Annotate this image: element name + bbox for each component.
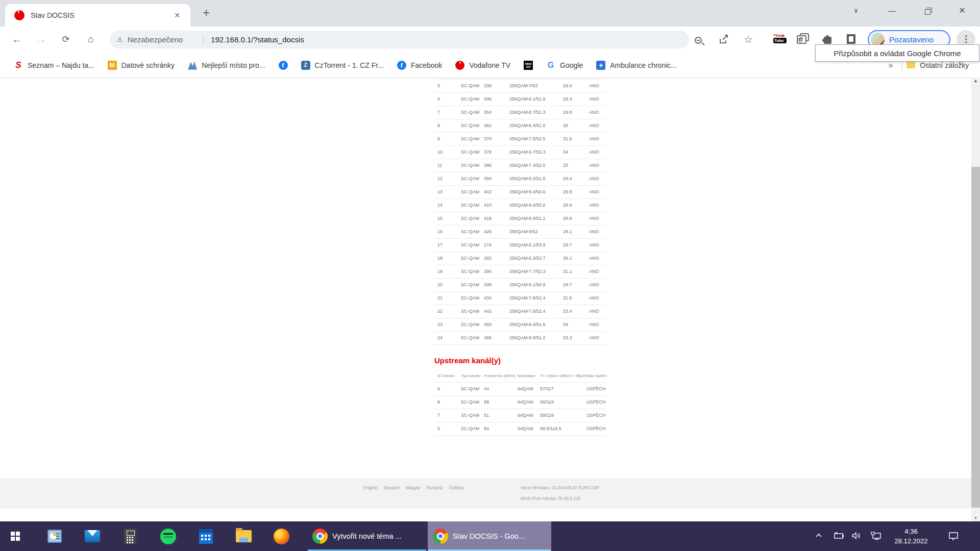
tab-search-chevron-icon[interactable]: ∨: [848, 3, 864, 18]
table-cell: -6.7/53.3: [524, 146, 560, 159]
battery-icon[interactable]: [833, 532, 844, 542]
table-cell: -7.5/52.5: [524, 133, 560, 145]
language-link[interactable]: Română: [426, 485, 443, 490]
zoom-out-icon[interactable]: [691, 32, 706, 47]
table-cell: 6: [434, 383, 458, 395]
minimize-button[interactable]: —: [884, 3, 899, 18]
share-icon[interactable]: [716, 32, 731, 47]
other-bookmarks-button[interactable]: Ostatní záložky: [920, 61, 969, 69]
bookmark-label: Datové schránky: [121, 61, 175, 69]
table-cell: -8.1/51.9: [524, 93, 560, 106]
bookmark-item[interactable]: ZCzTorrent - 1. CZ Fr...: [295, 53, 390, 78]
bookmark-item[interactable]: SSeznam – Najdu ta...: [7, 53, 101, 78]
bookmark-item[interactable]: GGoogle: [540, 53, 590, 78]
tab-close-icon[interactable]: ✕: [172, 10, 182, 20]
table-cell: ANO: [586, 279, 605, 291]
back-icon[interactable]: ←: [9, 32, 24, 47]
new-tab-button[interactable]: +: [199, 6, 213, 20]
table-cell: 256QAM: [506, 93, 524, 106]
taskbar-app-calendar[interactable]: [187, 521, 225, 551]
table-cell: 29.6: [560, 80, 586, 92]
table-cell: ANO: [586, 133, 605, 145]
bookmark-item[interactable]: HBO GO: [517, 53, 540, 78]
table-cell: ÚSPĚCH: [583, 422, 605, 435]
tab-strip: Stav DOCSIS ✕ + ∨ — ✕: [0, 0, 980, 27]
taskbar-app-system-settings[interactable]: [36, 521, 74, 551]
gallery-extension-icon[interactable]: [796, 33, 810, 45]
sidebar-extension-icon[interactable]: [845, 33, 857, 45]
column-header: Modulace: [514, 369, 537, 382]
bookmark-item[interactable]: f: [272, 53, 295, 78]
table-cell: SC-QAM: [458, 252, 481, 265]
table-cell: 17: [434, 239, 458, 252]
network-icon[interactable]: [870, 532, 881, 542]
table-cell: -7.7/52.3: [524, 265, 560, 278]
security-label[interactable]: Nezabezpečeno: [128, 35, 183, 44]
table-cell: ANO: [586, 172, 605, 185]
scrollbar-up-arrow[interactable]: ▲: [971, 79, 980, 83]
youtube-extension-icon[interactable]: ⁸You▸Tube: [773, 33, 787, 45]
extensions-puzzle-icon[interactable]: [822, 33, 834, 45]
table-cell: SC-QAM: [458, 318, 481, 331]
table-cell: 256QAM: [506, 239, 524, 252]
taskbar-app-file-explorer[interactable]: [225, 521, 262, 551]
table-cell: 378: [481, 146, 506, 159]
folder-icon: [906, 62, 915, 68]
not-secure-warning-icon[interactable]: ⚠: [117, 36, 123, 43]
table-cell: 256QAM: [506, 133, 524, 145]
table-cell: 28.8: [560, 212, 586, 225]
action-center-icon[interactable]: [948, 532, 959, 543]
table-cell: 370: [481, 133, 506, 145]
table-cell: 28.9: [560, 199, 586, 212]
start-button[interactable]: [0, 521, 36, 551]
tray-chevron-icon[interactable]: [815, 532, 823, 542]
scrollbar-thumb[interactable]: [971, 167, 980, 508]
scrollbar-down-arrow[interactable]: ▼: [971, 516, 980, 520]
taskbar-app-spotify[interactable]: [149, 521, 187, 551]
column-header: ID kanálu: [434, 369, 458, 382]
table-cell: 59/119: [537, 409, 583, 422]
home-icon[interactable]: ⌂: [83, 32, 99, 47]
bookmarks-overflow-chevron[interactable]: »: [883, 61, 898, 70]
table-cell: SC-QAM: [458, 239, 481, 252]
close-window-button[interactable]: ✕: [954, 3, 970, 18]
taskbar-app-mail[interactable]: [74, 521, 111, 551]
language-link[interactable]: Čeština: [449, 485, 464, 490]
taskbar-window-button[interactable]: Vytvořit nové téma ...: [307, 521, 427, 551]
table-cell: SC-QAM: [458, 212, 481, 225]
bookmark-star-icon[interactable]: ☆: [741, 32, 756, 47]
reload-icon[interactable]: ⟳: [58, 32, 74, 47]
taskbar-app-calculator[interactable]: [111, 521, 149, 551]
taskbar-clock[interactable]: 4:36 28.12.2022: [886, 527, 937, 546]
bookmark-item[interactable]: Nejlepší místo pro...: [181, 53, 272, 78]
bookmark-item[interactable]: MDatové schránky: [101, 53, 181, 78]
bookmark-item[interactable]: fFacebook: [390, 53, 449, 78]
table-cell: 256QAM: [506, 159, 524, 172]
table-cell: 11: [434, 159, 458, 172]
table-cell: ANO: [586, 146, 605, 159]
bookmark-item[interactable]: Vodafone TV: [449, 53, 517, 78]
speaker-icon[interactable]: [851, 532, 862, 542]
page-scrollbar[interactable]: ▲ ▼: [971, 78, 980, 521]
table-cell: ANO: [586, 106, 605, 119]
screen: Stav DOCSIS ✕ + ∨ — ✕ ← → ⟳ ⌂ ⚠ Nezabezp…: [0, 0, 980, 551]
browser-tab[interactable]: Stav DOCSIS ✕: [5, 4, 190, 27]
table-cell: 354: [481, 106, 506, 119]
language-link[interactable]: English: [363, 485, 378, 490]
taskbar-app-firefox[interactable]: [262, 521, 300, 551]
table-cell: 29.8: [560, 106, 586, 119]
table-cell: -8.7/51.3: [524, 106, 560, 119]
system-settings-icon: [47, 530, 62, 543]
url-text[interactable]: 192.168.0.1/?status_docsis: [211, 35, 304, 44]
restore-button[interactable]: [920, 3, 935, 18]
address-bar[interactable]: ⚠ Nezabezpečeno 192.168.0.1/?status_docs…: [110, 31, 689, 48]
language-link[interactable]: Magyar: [406, 485, 420, 490]
table-row: 21SC-QAM434256QAM-7.6/52.431.6ANO: [434, 292, 605, 305]
taskbar-window-button[interactable]: Stav DOCSIS - Goo...: [428, 521, 551, 551]
address-divider: [203, 35, 204, 44]
table-cell: 426: [481, 226, 506, 238]
table-cell: 338: [481, 80, 506, 92]
bookmark-item[interactable]: +Ambulance chronic...: [590, 53, 683, 78]
table-cell: 14: [434, 199, 458, 212]
language-link[interactable]: Deutsch: [384, 485, 400, 490]
